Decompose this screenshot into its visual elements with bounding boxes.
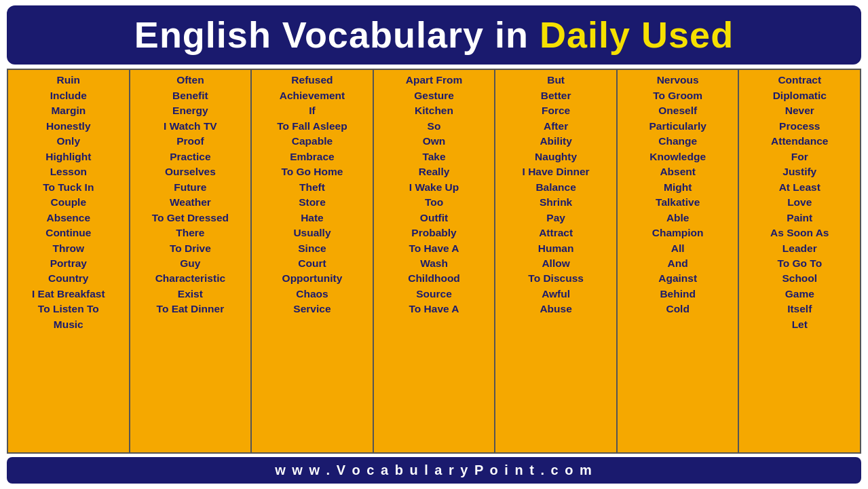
list-item: Balance xyxy=(497,180,615,195)
title-white: English Vocabulary in xyxy=(134,14,529,55)
list-item: Awful xyxy=(497,287,615,302)
list-item: Honestly xyxy=(10,119,128,134)
list-item: Characteristic xyxy=(132,271,250,286)
list-item: Attendance xyxy=(740,134,858,149)
list-item: For xyxy=(740,149,858,164)
list-item: To Have A xyxy=(375,241,493,256)
list-item: Store xyxy=(253,195,371,210)
list-item: Allow xyxy=(497,256,615,271)
list-item: To Tuck In xyxy=(10,180,128,195)
list-item: Process xyxy=(740,119,858,134)
list-item: Kitchen xyxy=(375,103,493,118)
list-item: Probably xyxy=(375,225,493,240)
vocabulary-table: RuinIncludeMarginHonestlyOnlyHighlightLe… xyxy=(7,69,861,454)
list-item: Ability xyxy=(497,134,615,149)
list-item: Talkative xyxy=(619,195,737,210)
list-item: To Groom xyxy=(619,88,737,103)
list-item: Usually xyxy=(253,225,371,240)
list-item: Opportunity xyxy=(253,271,371,286)
list-item: Lesson xyxy=(10,164,128,179)
list-item: To Listen To xyxy=(10,302,128,316)
list-item: There xyxy=(132,225,250,240)
list-item: Margin xyxy=(10,103,128,118)
list-item: To Discuss xyxy=(497,271,615,286)
list-item: Love xyxy=(740,195,858,210)
list-item: To Eat Dinner xyxy=(132,302,250,316)
list-item: Energy xyxy=(132,103,250,118)
list-item: Itself xyxy=(740,302,858,316)
list-item: Often xyxy=(132,73,250,88)
footer: w w w . V o c a b u l a r y P o i n t . … xyxy=(7,457,861,484)
list-item: Country xyxy=(10,271,128,286)
list-item: Refused xyxy=(253,73,371,88)
list-item: Chaos xyxy=(253,287,371,302)
list-item: Nervous xyxy=(619,73,737,88)
list-item: Abuse xyxy=(497,302,615,316)
list-item: Gesture xyxy=(375,88,493,103)
list-item: Own xyxy=(375,134,493,149)
list-item: Ruin xyxy=(10,73,128,88)
list-item: Since xyxy=(253,241,371,256)
list-item: Service xyxy=(253,302,371,316)
list-item: Absence xyxy=(10,211,128,225)
list-item: Theft xyxy=(253,180,371,195)
list-item: Continue xyxy=(10,225,128,240)
list-item: Benefit xyxy=(132,88,250,103)
list-item: I Have Dinner xyxy=(497,164,615,179)
list-item: To Get Dressed xyxy=(132,211,250,225)
column-4: Apart FromGestureKitchenSoOwnTakeReallyI… xyxy=(374,70,496,452)
list-item: Particularly xyxy=(619,119,737,134)
list-item: And xyxy=(619,256,737,271)
list-item: Against xyxy=(619,271,737,286)
list-item: Guy xyxy=(132,256,250,271)
list-item: Apart From xyxy=(375,73,493,88)
list-item: Shrink xyxy=(497,195,615,210)
list-item: I Eat Breakfast xyxy=(10,287,128,302)
list-item: Justify xyxy=(740,164,858,179)
list-item: Highlight xyxy=(10,149,128,164)
header-title: English Vocabulary in Daily Used xyxy=(20,15,848,55)
list-item: If xyxy=(253,103,371,118)
column-2: OftenBenefitEnergyI Watch TVProofPractic… xyxy=(130,70,252,452)
list-item: Proof xyxy=(132,134,250,149)
list-item: Exist xyxy=(132,287,250,302)
list-item: To Drive xyxy=(132,241,250,256)
list-item: Only xyxy=(10,134,128,149)
list-item: Absent xyxy=(619,164,737,179)
list-item: Game xyxy=(740,287,858,302)
list-item: Include xyxy=(10,88,128,103)
list-item: To Go Home xyxy=(253,164,371,179)
column-3: RefusedAchievementIfTo Fall AsleepCapabl… xyxy=(252,70,374,452)
column-7: ContractDiplomaticNeverProcessAttendance… xyxy=(739,70,860,452)
list-item: Capable xyxy=(253,134,371,149)
list-item: Future xyxy=(132,180,250,195)
list-item: Take xyxy=(375,149,493,164)
list-item: Embrace xyxy=(253,149,371,164)
column-1: RuinIncludeMarginHonestlyOnlyHighlightLe… xyxy=(8,70,130,452)
header: English Vocabulary in Daily Used xyxy=(7,5,861,65)
list-item: Childhood xyxy=(375,271,493,286)
list-item: Practice xyxy=(132,149,250,164)
list-item: Oneself xyxy=(619,103,737,118)
list-item: Ourselves xyxy=(132,164,250,179)
list-item: So xyxy=(375,119,493,134)
list-item: Leader xyxy=(740,241,858,256)
list-item: Hate xyxy=(253,211,371,225)
list-item: Portray xyxy=(10,256,128,271)
list-item: Really xyxy=(375,164,493,179)
list-item: Throw xyxy=(10,241,128,256)
list-item: To Fall Asleep xyxy=(253,119,371,134)
list-item: Contract xyxy=(740,73,858,88)
list-item: Weather xyxy=(132,195,250,210)
list-item: Wash xyxy=(375,256,493,271)
column-5: ButBetterForceAfterAbilityNaughtyI Have … xyxy=(495,70,618,452)
list-item: To Go To xyxy=(740,256,858,271)
list-item: Let xyxy=(740,317,858,332)
list-item: To Have A xyxy=(375,302,493,316)
list-item: Change xyxy=(619,134,737,149)
list-item: Court xyxy=(253,256,371,271)
list-item: Music xyxy=(10,317,128,332)
list-item: Knowledge xyxy=(619,149,737,164)
list-item: After xyxy=(497,119,615,134)
list-item: Source xyxy=(375,287,493,302)
